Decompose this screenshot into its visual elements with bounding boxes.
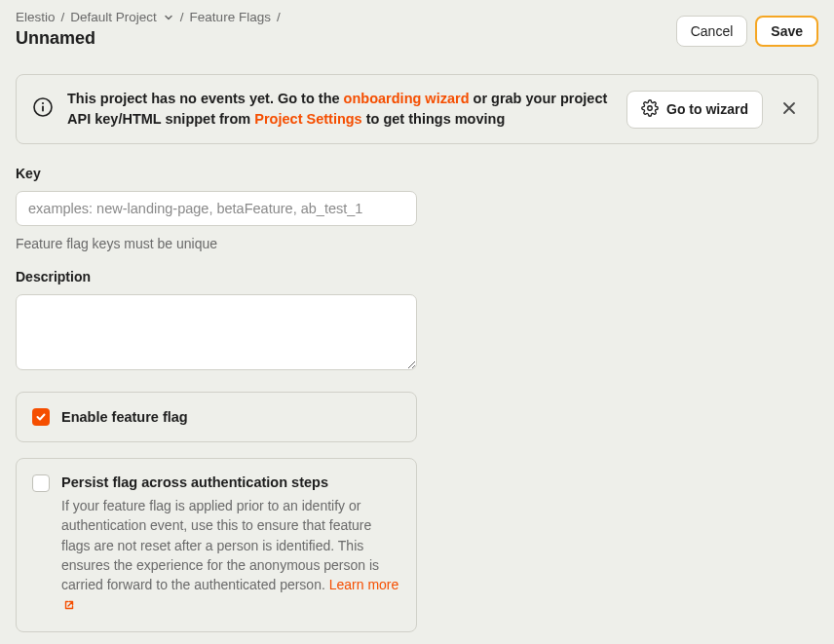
persist-label: Persist flag across authentication steps	[61, 474, 400, 490]
content-area: This project has no events yet. Go to th…	[0, 74, 834, 632]
persist-checkbox[interactable]	[32, 474, 50, 492]
page-title: Unnamed	[16, 28, 676, 49]
breadcrumb-project[interactable]: Default Project	[70, 10, 157, 24]
svg-rect-2	[42, 106, 44, 112]
header-left: Elestio / Default Project / Feature Flag…	[16, 10, 676, 49]
header-actions: Cancel Save	[676, 16, 818, 47]
info-icon	[32, 96, 54, 122]
page-header: Elestio / Default Project / Feature Flag…	[0, 0, 834, 60]
persist-description: If your feature flag is applied prior to…	[61, 496, 400, 616]
banner-text-3: to get things moving	[362, 111, 506, 127]
close-icon	[780, 99, 798, 120]
description-label: Description	[16, 269, 818, 284]
save-button[interactable]: Save	[755, 16, 818, 47]
onboarding-banner: This project has no events yet. Go to th…	[16, 74, 818, 144]
banner-text-1: This project has no events yet. Go to th…	[67, 91, 344, 106]
description-field-group: Description	[16, 269, 818, 374]
key-label: Key	[16, 166, 818, 181]
enable-checkbox-row[interactable]: Enable feature flag	[32, 408, 400, 426]
cancel-button[interactable]: Cancel	[676, 16, 748, 47]
persist-checkbox-row[interactable]: Persist flag across authentication steps…	[32, 474, 400, 616]
persist-option-box: Persist flag across authentication steps…	[16, 458, 417, 632]
key-hint: Feature flag keys must be unique	[16, 236, 818, 251]
enable-label: Enable feature flag	[61, 409, 188, 425]
gear-icon	[641, 99, 659, 120]
close-banner-button[interactable]	[777, 95, 802, 124]
external-link-icon	[63, 596, 75, 616]
check-icon	[35, 411, 47, 423]
go-to-wizard-label: Go to wizard	[666, 101, 748, 117]
description-input[interactable]	[16, 294, 417, 370]
banner-text: This project has no events yet. Go to th…	[67, 89, 613, 130]
breadcrumb-section[interactable]: Feature Flags	[190, 10, 271, 24]
enable-option-box: Enable feature flag	[16, 392, 417, 442]
breadcrumb-sep: /	[180, 10, 184, 24]
breadcrumb: Elestio / Default Project / Feature Flag…	[16, 10, 676, 24]
breadcrumb-sep: /	[277, 10, 281, 24]
breadcrumb-org[interactable]: Elestio	[16, 10, 56, 24]
enable-checkbox[interactable]	[32, 408, 50, 426]
chevron-down-icon[interactable]	[163, 12, 174, 23]
key-field-group: Key Feature flag keys must be unique	[16, 166, 818, 251]
onboarding-wizard-link[interactable]: onboarding wizard	[344, 91, 470, 106]
svg-point-1	[42, 102, 44, 104]
breadcrumb-sep: /	[61, 10, 65, 24]
go-to-wizard-button[interactable]: Go to wizard	[626, 91, 763, 129]
persist-body: Persist flag across authentication steps…	[61, 474, 400, 616]
project-settings-link[interactable]: Project Settings	[254, 111, 361, 127]
key-input[interactable]	[16, 191, 417, 226]
